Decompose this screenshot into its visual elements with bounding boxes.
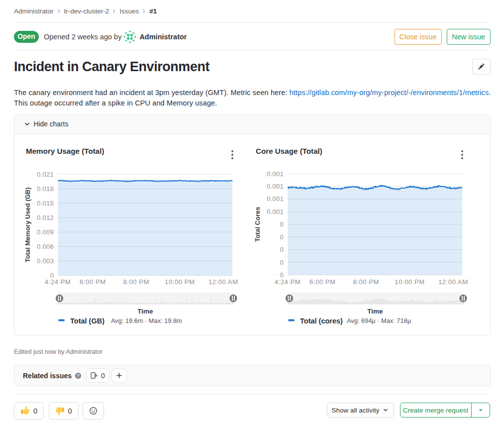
svg-text:0.006: 0.006 [37,243,54,250]
svg-text:Avg: 19.6m · Max: 19.8m: Avg: 19.6m · Max: 19.8m [111,317,182,324]
svg-text:12:00 AM: 12:00 AM [208,278,238,286]
svg-text:0: 0 [280,220,284,228]
svg-text:6:00 PM: 6:00 PM [80,278,106,286]
svg-text:6:00 PM: 6:00 PM [309,278,336,286]
svg-text:0.003: 0.003 [37,257,54,265]
svg-text:0.021: 0.021 [37,171,54,178]
svg-text:0.009: 0.009 [37,228,54,236]
svg-text:4:24 PM: 4:24 PM [45,278,71,286]
svg-text:8:00 PM: 8:00 PM [123,278,149,286]
svg-text:0.001: 0.001 [267,195,284,203]
svg-text:Total Cores: Total Cores [254,207,261,242]
svg-text:0.001: 0.001 [267,183,284,190]
svg-text:0.015: 0.015 [37,200,54,207]
svg-text:0: 0 [280,259,284,266]
svg-text:0: 0 [280,246,284,253]
svg-text:0: 0 [280,233,284,241]
svg-text:Avg: 694µ · Max: 718µ: Avg: 694µ · Max: 718µ [347,317,411,324]
svg-text:Total (cores): Total (cores) [300,317,343,325]
svg-text:0.001: 0.001 [267,208,284,215]
svg-text:?: ? [77,373,79,378]
svg-text:10:00 PM: 10:00 PM [165,278,195,286]
svg-text:0.018: 0.018 [37,185,54,193]
svg-text:Total (GB): Total (GB) [70,317,104,325]
svg-text:10:00 PM: 10:00 PM [395,278,424,286]
svg-text:Time: Time [137,308,153,315]
svg-text:Total Memory Used (GB): Total Memory Used (GB) [24,187,31,262]
svg-text:0.012: 0.012 [37,214,54,221]
svg-text:12:00 AM: 12:00 AM [438,278,468,286]
svg-text:4:24 PM: 4:24 PM [275,278,301,286]
svg-text:Memory Usage (Total): Memory Usage (Total) [26,147,104,155]
svg-text:Core Usage (Total): Core Usage (Total) [256,147,322,155]
svg-text:8:00 PM: 8:00 PM [353,278,379,286]
svg-text:Time: Time [367,308,383,315]
svg-text:0.001: 0.001 [267,170,284,178]
